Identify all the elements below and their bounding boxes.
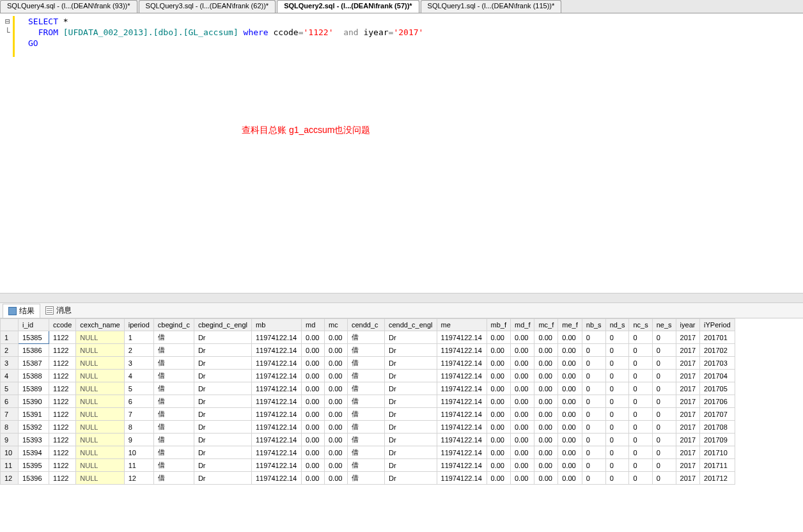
cell-cbegind_c_engl[interactable]: Dr bbox=[194, 382, 251, 395]
cell-nb_s[interactable]: 0 bbox=[582, 357, 605, 370]
cell-nd_s[interactable]: 0 bbox=[605, 370, 629, 382]
cell-ccode[interactable]: 1122 bbox=[49, 382, 76, 395]
cell-cexch_name[interactable]: NULL bbox=[76, 395, 124, 408]
cell-mb[interactable]: 11974122.14 bbox=[252, 331, 302, 344]
cell-nc_s[interactable]: 0 bbox=[629, 382, 652, 395]
cell-nb_s[interactable]: 0 bbox=[582, 408, 605, 421]
cell-cbegind_c_engl[interactable]: Dr bbox=[194, 472, 251, 485]
cell-cendd_c_engl[interactable]: Dr bbox=[385, 395, 437, 408]
cell-nd_s[interactable]: 0 bbox=[605, 408, 629, 421]
cell-me[interactable]: 11974122.14 bbox=[437, 395, 487, 408]
editor-scrollbar[interactable] bbox=[0, 293, 803, 303]
table-row[interactable]: 5153891122NULL5借Dr11974122.140.000.00借Dr… bbox=[1, 382, 735, 395]
cell-ccode[interactable]: 1122 bbox=[49, 331, 76, 344]
file-tab-1[interactable]: SQLQuery3.sql - (l...(DEAN\frank (62))* bbox=[139, 0, 276, 13]
cell-me[interactable]: 11974122.14 bbox=[437, 446, 487, 459]
cell-me_f[interactable]: 0.00 bbox=[558, 446, 582, 459]
cell-cbegind_c[interactable]: 借 bbox=[153, 421, 194, 434]
cell-cexch_name[interactable]: NULL bbox=[76, 331, 124, 344]
cell-mc[interactable]: 0.00 bbox=[325, 344, 348, 357]
cell-mb[interactable]: 11974122.14 bbox=[252, 370, 302, 382]
cell-mc_f[interactable]: 0.00 bbox=[534, 459, 558, 472]
cell-cexch_name[interactable]: NULL bbox=[76, 434, 124, 446]
cell-me_f[interactable]: 0.00 bbox=[558, 395, 582, 408]
row-header-corner[interactable] bbox=[1, 319, 19, 331]
col-header-nc_s[interactable]: nc_s bbox=[629, 319, 652, 331]
cell-ne_s[interactable]: 0 bbox=[652, 344, 676, 357]
row-number[interactable]: 8 bbox=[1, 421, 19, 434]
cell-me[interactable]: 11974122.14 bbox=[437, 434, 487, 446]
cell-iyear[interactable]: 2017 bbox=[676, 472, 699, 485]
row-number[interactable]: 1 bbox=[1, 331, 19, 344]
table-row[interactable]: 12153961122NULL12借Dr11974122.140.000.00借… bbox=[1, 472, 735, 485]
cell-md[interactable]: 0.00 bbox=[302, 344, 325, 357]
col-header-cbegind_c_engl[interactable]: cbegind_c_engl bbox=[194, 319, 251, 331]
cell-iperiod[interactable]: 8 bbox=[124, 421, 153, 434]
cell-md_f[interactable]: 0.00 bbox=[510, 331, 534, 344]
cell-cbegind_c_engl[interactable]: Dr bbox=[194, 421, 251, 434]
cell-me_f[interactable]: 0.00 bbox=[558, 357, 582, 370]
cell-mb_f[interactable]: 0.00 bbox=[487, 459, 510, 472]
cell-mb[interactable]: 11974122.14 bbox=[252, 446, 302, 459]
col-header-cendd_c[interactable]: cendd_c bbox=[348, 319, 385, 331]
table-row[interactable]: 4153881122NULL4借Dr11974122.140.000.00借Dr… bbox=[1, 370, 735, 382]
cell-nd_s[interactable]: 0 bbox=[605, 357, 629, 370]
cell-iperiod[interactable]: 11 bbox=[124, 459, 153, 472]
cell-cendd_c[interactable]: 借 bbox=[348, 408, 385, 421]
cell-mb_f[interactable]: 0.00 bbox=[487, 472, 510, 485]
cell-i_id[interactable]: 15388 bbox=[19, 370, 49, 382]
row-number[interactable]: 2 bbox=[1, 344, 19, 357]
table-row[interactable]: 11153951122NULL11借Dr11974122.140.000.00借… bbox=[1, 459, 735, 472]
cell-cbegind_c_engl[interactable]: Dr bbox=[194, 357, 251, 370]
cell-nb_s[interactable]: 0 bbox=[582, 421, 605, 434]
cell-ccode[interactable]: 1122 bbox=[49, 357, 76, 370]
cell-iperiod[interactable]: 10 bbox=[124, 446, 153, 459]
cell-md[interactable]: 0.00 bbox=[302, 357, 325, 370]
cell-nb_s[interactable]: 0 bbox=[582, 382, 605, 395]
cell-mb_f[interactable]: 0.00 bbox=[487, 357, 510, 370]
cell-mb[interactable]: 11974122.14 bbox=[252, 459, 302, 472]
cell-ne_s[interactable]: 0 bbox=[652, 472, 676, 485]
col-header-iyear[interactable]: iyear bbox=[676, 319, 699, 331]
cell-cbegind_c_engl[interactable]: Dr bbox=[194, 408, 251, 421]
row-number[interactable]: 9 bbox=[1, 434, 19, 446]
cell-cbegind_c_engl[interactable]: Dr bbox=[194, 370, 251, 382]
cell-cexch_name[interactable]: NULL bbox=[76, 472, 124, 485]
col-header-mb_f[interactable]: mb_f bbox=[487, 319, 510, 331]
results-grid-wrap[interactable]: i_idccodecexch_nameiperiodcbegind_ccbegi… bbox=[0, 318, 803, 532]
cell-ccode[interactable]: 1122 bbox=[49, 472, 76, 485]
cell-cbegind_c_engl[interactable]: Dr bbox=[194, 344, 251, 357]
table-row[interactable]: 7153911122NULL7借Dr11974122.140.000.00借Dr… bbox=[1, 408, 735, 421]
cell-iyear[interactable]: 2017 bbox=[676, 408, 699, 421]
cell-nd_s[interactable]: 0 bbox=[605, 459, 629, 472]
results-grid[interactable]: i_idccodecexch_nameiperiodcbegind_ccbegi… bbox=[0, 318, 735, 485]
table-row[interactable]: 3153871122NULL3借Dr11974122.140.000.00借Dr… bbox=[1, 357, 735, 370]
cell-cbegind_c[interactable]: 借 bbox=[153, 434, 194, 446]
cell-iyear[interactable]: 2017 bbox=[676, 421, 699, 434]
row-number[interactable]: 4 bbox=[1, 370, 19, 382]
cell-mc_f[interactable]: 0.00 bbox=[534, 434, 558, 446]
row-number[interactable]: 12 bbox=[1, 472, 19, 485]
cell-cbegind_c[interactable]: 借 bbox=[153, 382, 194, 395]
row-number[interactable]: 6 bbox=[1, 395, 19, 408]
cell-md[interactable]: 0.00 bbox=[302, 408, 325, 421]
cell-cendd_c[interactable]: 借 bbox=[348, 459, 385, 472]
cell-ne_s[interactable]: 0 bbox=[652, 357, 676, 370]
file-tab-2[interactable]: SQLQuery2.sql - (l...(DEAN\frank (57))* bbox=[277, 0, 419, 13]
cell-iyear[interactable]: 2017 bbox=[676, 446, 699, 459]
row-number[interactable]: 5 bbox=[1, 382, 19, 395]
cell-iyear[interactable]: 2017 bbox=[676, 344, 699, 357]
cell-iYPeriod[interactable]: 201702 bbox=[700, 344, 735, 357]
cell-mc[interactable]: 0.00 bbox=[325, 446, 348, 459]
cell-cendd_c[interactable]: 借 bbox=[348, 331, 385, 344]
cell-cendd_c[interactable]: 借 bbox=[348, 446, 385, 459]
cell-nc_s[interactable]: 0 bbox=[629, 357, 652, 370]
cell-nd_s[interactable]: 0 bbox=[605, 344, 629, 357]
cell-mc[interactable]: 0.00 bbox=[325, 370, 348, 382]
cell-iperiod[interactable]: 3 bbox=[124, 357, 153, 370]
cell-iYPeriod[interactable]: 201706 bbox=[700, 395, 735, 408]
cell-iyear[interactable]: 2017 bbox=[676, 357, 699, 370]
cell-md_f[interactable]: 0.00 bbox=[510, 459, 534, 472]
cell-me_f[interactable]: 0.00 bbox=[558, 382, 582, 395]
cell-i_id[interactable]: 15385 bbox=[19, 331, 49, 344]
